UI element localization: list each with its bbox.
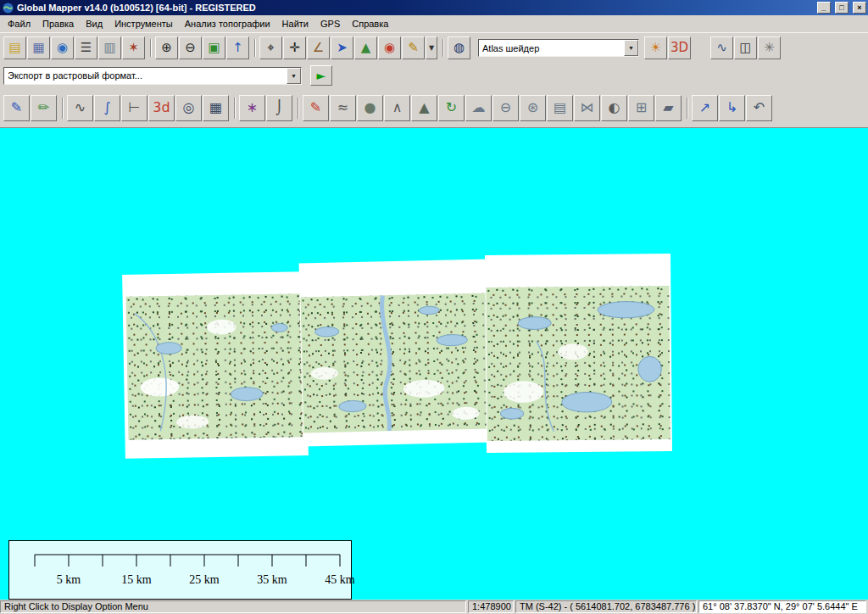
previous-view-button[interactable]: ↑ [226,36,249,59]
chevron-down-icon[interactable]: ▼ [287,68,301,84]
menu-terrain-analysis[interactable]: Анализ топографии [179,17,276,31]
menu-search[interactable]: Найти [276,17,314,31]
scale-label: 5 km [35,573,103,587]
shader-combo[interactable]: Atlas шейдер ▼ [478,39,639,57]
measure-tool-button[interactable]: ∠ [307,36,330,59]
save-workspace-button[interactable]: ▦ [27,36,50,59]
create-grid-button[interactable]: ▦ [203,95,229,121]
zoom-tool-button[interactable]: ⌖ [259,36,282,59]
terrain-profile-button[interactable]: ▲ [411,95,437,121]
move-feature-button[interactable]: ↗ [692,95,718,121]
connect-features-button[interactable]: ⋈ [574,95,600,121]
file-view-tool-group: ▤▦◉☰▥✶⊕⊖▣↑⌖✛∠➤▲◉✎▼◍ [3,36,471,59]
map-sheet-2-image [300,293,492,433]
scale-label: 15 km [103,573,170,587]
window-title: Global Mapper v14.0 (b100512) [64-bit] -… [17,3,815,13]
crop-areas-button[interactable]: ⊖ [492,95,519,121]
main-toolbar: ▤▦◉☰▥✶⊕⊖▣↑⌖✛∠➤▲◉✎▼◍ Atlas шейдер ▼ ☀3D ∿… [0,32,868,63]
pan-tool-button[interactable]: ✛ [283,36,306,59]
map-sheet-2 [299,259,494,446]
rotate-scale-button[interactable]: ↻ [438,95,465,121]
view-3d-button[interactable]: 3D [668,36,691,59]
undo-edit-button[interactable]: ↶ [746,95,772,121]
menu-edit[interactable]: Правка [36,17,80,31]
status-bar: Right Click to Display Option Menu 1:478… [0,600,868,614]
digitizer-edit-button[interactable]: ✎ [3,95,30,121]
create-buffers-button[interactable]: ◐ [601,95,627,121]
edit-vertices-button[interactable]: ∿ [67,95,93,121]
app-window: Global Mapper v14.0 (b100512) [64-bit] -… [0,0,868,614]
overlay-control-center-button[interactable]: ☰ [75,36,97,59]
digitizer-create-button[interactable]: ✏ [31,95,57,121]
create-range-rings-button[interactable]: ◎ [175,95,202,121]
hill-shading-button[interactable]: ☀ [644,36,667,59]
view3d-tool-group: ☀3D [644,36,692,59]
scale-label: 35 km [238,573,306,587]
play-icon: ► [317,70,326,81]
map-sheet-3 [485,254,672,453]
create-line-button[interactable]: ∫ [94,95,120,121]
map-sheet-3-image [486,286,670,441]
zoom-out-button[interactable]: ⊖ [179,36,202,59]
menu-gps[interactable]: GPS [314,17,346,31]
menu-file[interactable]: Файл [2,17,36,31]
offset-duplicate-button[interactable]: ↳ [719,95,745,121]
simplify-lines-button[interactable]: ≈ [330,95,356,121]
full-view-button[interactable]: ▣ [203,36,225,59]
maximize-button[interactable]: □ [835,2,849,14]
export-format-value: Экспорт в растровый формат... [4,70,287,81]
trace-append-button[interactable]: ⌡ [266,95,292,121]
profile-window-button[interactable]: ∿ [710,36,733,59]
run-export-button[interactable]: ► [310,65,332,86]
export-toolbar: Экспорт в растровый формат... ▼ ► [0,63,868,88]
menu-view[interactable]: Вид [80,17,108,31]
reshape-area-button[interactable]: ● [357,95,383,121]
zoom-in-button[interactable]: ⊕ [155,36,178,59]
shift-features-button[interactable]: ⊞ [628,95,654,121]
window-tool-group: ∿◫✳ [710,36,782,59]
edit-selected-button[interactable]: ✎ [303,95,329,121]
display-options-button[interactable]: ✳ [758,36,781,59]
statusbar-position: 61° 08' 37.8370" N, 29° 07' 5.6444" E [698,600,866,613]
split-features-button[interactable]: ∧ [384,95,410,121]
menu-tools[interactable]: Инструменты [108,17,179,31]
map-sheet-1-image [126,293,306,440]
map-sheet-1 [122,271,309,459]
map-catalog-button[interactable]: ▥ [98,36,121,59]
feature-info-button[interactable]: ➤ [331,36,353,59]
create-cad-3d-button[interactable]: 3d [148,95,175,121]
statusbar-scale: 1:478900 [468,600,514,613]
download-online-data-button[interactable]: ◉ [51,36,74,59]
snap-vertex-button[interactable]: ∗ [239,95,265,121]
menu-bar: ФайлПравкаВидИнструментыАнализ топографи… [0,15,868,32]
close-button[interactable]: × [853,2,866,14]
menu-help[interactable]: Справка [346,17,394,31]
view-shed-button[interactable]: ◉ [378,36,401,59]
title-bar[interactable]: Global Mapper v14.0 (b100512) [64-bit] -… [0,0,868,15]
scale-bar: 5 km15 km25 km35 km45 km [8,540,352,600]
statusbar-hint: Right Click to Display Option Menu [0,600,466,613]
open-file-button[interactable]: ▤ [3,36,26,59]
statusbar-projection: TM (S-42) - ( 5614081.702, 6783487.776 ) [515,600,697,613]
chevron-down-icon[interactable]: ▼ [624,40,638,56]
scale-label: 25 km [170,573,238,587]
scale-label: 45 km [306,573,374,587]
minimize-button[interactable]: _ [817,2,831,14]
create-line-distance-button[interactable]: ⊢ [121,95,147,121]
tools-dropdown-button[interactable]: ▼ [426,36,437,59]
combine-areas-button[interactable]: ☁ [465,95,492,121]
configuration-button[interactable]: ✶ [122,36,145,59]
shader-combo-value: Atlas шейдер [479,43,624,53]
3d-view-window-button[interactable]: ◫ [734,36,757,59]
window-controls: _ □ × [815,2,866,14]
spatial-operations-button[interactable]: ⊛ [520,95,546,121]
scale-bar-ticks [9,550,353,573]
grid-cells-edit-button[interactable]: ▤ [547,95,573,121]
delete-features-button[interactable]: ▰ [655,95,682,121]
map-view[interactable]: 5 km15 km25 km35 km45 km [0,127,868,600]
app-icon [3,3,14,14]
export-format-combo[interactable]: Экспорт в растровый формат... ▼ [3,67,302,85]
follow-gps-button[interactable]: ◍ [448,36,470,59]
path-profile-button[interactable]: ▲ [354,36,377,59]
digitizer-tool-button[interactable]: ✎ [402,36,425,59]
